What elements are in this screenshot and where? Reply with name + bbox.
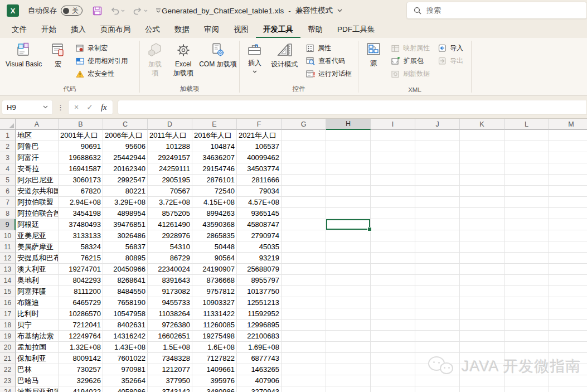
cell-H23[interactable] [326, 375, 371, 386]
cell-L12[interactable] [504, 253, 549, 264]
cell-M16[interactable] [549, 297, 587, 308]
cell-D13[interactable]: 22340024 [148, 264, 192, 275]
cell-E4[interactable]: 29154746 [192, 163, 237, 175]
cell-B9[interactable]: 37480493 [59, 219, 103, 230]
cell-A4[interactable]: 安哥拉 [16, 163, 59, 175]
cell-A16[interactable]: 布隆迪 [16, 297, 59, 308]
cell-G20[interactable] [282, 342, 326, 353]
cell-E18[interactable]: 11260085 [192, 320, 237, 331]
customize-quick-access-button[interactable] [156, 8, 161, 13]
cell-B24[interactable]: 4194022 [59, 386, 103, 392]
cell-J10[interactable] [415, 230, 460, 241]
cell-I7[interactable] [371, 197, 415, 208]
cell-K8[interactable] [460, 208, 504, 219]
cell-H13[interactable] [326, 264, 371, 275]
cell-C12[interactable]: 80895 [103, 253, 148, 264]
cell-F6[interactable]: 79034 [237, 186, 282, 197]
cell-J5[interactable] [415, 175, 460, 186]
cell-I24[interactable] [371, 386, 415, 392]
column-header-B[interactable]: B [59, 119, 103, 130]
cell-H7[interactable] [326, 197, 371, 208]
cell-K23[interactable] [460, 375, 504, 386]
row-header-20[interactable]: 20 [0, 342, 16, 353]
cell-G2[interactable] [282, 141, 326, 152]
cell-M23[interactable] [549, 375, 587, 386]
cell-C16[interactable]: 7658190 [103, 297, 148, 308]
cell-L15[interactable] [504, 286, 549, 297]
cell-M9[interactable] [549, 219, 587, 230]
cell-D18[interactable]: 9726380 [148, 320, 192, 331]
cell-B17[interactable]: 10286570 [59, 308, 103, 320]
excel-add-ins-button[interactable]: Excel 加载项 [168, 40, 199, 79]
cell-A18[interactable]: 贝宁 [16, 320, 59, 331]
cell-A9[interactable]: 阿根廷 [16, 219, 59, 230]
cell-H16[interactable] [326, 297, 371, 308]
cell-I19[interactable] [371, 331, 415, 342]
cell-J21[interactable] [415, 353, 460, 364]
cell-G22[interactable] [282, 364, 326, 375]
cell-K12[interactable] [460, 253, 504, 264]
cell-A17[interactable]: 比利时 [16, 308, 59, 320]
cell-E6[interactable]: 72540 [192, 186, 237, 197]
search-box[interactable] [406, 2, 587, 19]
cell-H1[interactable] [326, 130, 371, 141]
cell-A10[interactable]: 亚美尼亚 [16, 230, 59, 241]
cell-M17[interactable] [549, 308, 587, 320]
cell-I11[interactable] [371, 241, 415, 253]
cell-K22[interactable] [460, 364, 504, 375]
ribbon-tab[interactable]: PDF工具集 [330, 21, 382, 38]
cell-K7[interactable] [460, 197, 504, 208]
row-header-13[interactable]: 13 [0, 264, 16, 275]
cell-M12[interactable] [549, 253, 587, 264]
ribbon-tab[interactable]: 帮助 [300, 21, 330, 38]
cell-J13[interactable] [415, 264, 460, 275]
cell-M7[interactable] [549, 197, 587, 208]
undo-button[interactable] [110, 6, 125, 15]
cell-L10[interactable] [504, 230, 549, 241]
cell-M4[interactable] [549, 163, 587, 175]
cell-B13[interactable]: 19274701 [59, 264, 103, 275]
cell-B23[interactable]: 329626 [59, 375, 103, 386]
cell-B22[interactable]: 730257 [59, 364, 103, 375]
cell-J3[interactable] [415, 152, 460, 163]
formula-input[interactable] [118, 100, 587, 115]
cell-A8[interactable]: 阿拉伯联合酋长国 [16, 208, 59, 219]
cell-K3[interactable] [460, 152, 504, 163]
cell-E20[interactable]: 1.6E+08 [192, 342, 237, 353]
chevron-down-icon[interactable] [337, 9, 342, 12]
cell-A5[interactable]: 阿尔巴尼亚 [16, 175, 59, 186]
ribbon-tab[interactable]: 页面布局 [93, 21, 138, 38]
cell-I12[interactable] [371, 253, 415, 264]
cell-G1[interactable] [282, 130, 326, 141]
cell-A14[interactable]: 奥地利 [16, 275, 59, 286]
cell-E15[interactable]: 9757812 [192, 286, 237, 297]
cell-D4[interactable]: 24259111 [148, 163, 192, 175]
cell-F20[interactable]: 1.69E+08 [237, 342, 282, 353]
ribbon-tab[interactable]: 数据 [167, 21, 197, 38]
cell-D5[interactable]: 2905195 [148, 175, 192, 186]
column-header-D[interactable]: D [148, 119, 192, 130]
cell-D7[interactable]: 3.72E+08 [148, 197, 192, 208]
cell-H24[interactable] [326, 386, 371, 392]
row-header-6[interactable]: 6 [0, 186, 16, 197]
cell-K21[interactable] [460, 353, 504, 364]
cell-G14[interactable] [282, 275, 326, 286]
cell-A12[interactable]: 安提瓜和巴布达 [16, 253, 59, 264]
cell-D14[interactable]: 8391643 [148, 275, 192, 286]
cell-F22[interactable]: 1463265 [237, 364, 282, 375]
cell-G7[interactable] [282, 197, 326, 208]
cell-H4[interactable] [326, 163, 371, 175]
cell-H14[interactable] [326, 275, 371, 286]
row-header-16[interactable]: 16 [0, 297, 16, 308]
cell-F17[interactable]: 11592952 [237, 308, 282, 320]
cell-H15[interactable] [326, 286, 371, 297]
cell-D12[interactable]: 86729 [148, 253, 192, 264]
cell-B11[interactable]: 58324 [59, 241, 103, 253]
insert-control-button[interactable]: 插入 [242, 40, 268, 74]
cell-G21[interactable] [282, 353, 326, 364]
cell-M3[interactable] [549, 152, 587, 163]
cell-C20[interactable]: 1.43E+08 [103, 342, 148, 353]
column-header-G[interactable]: G [282, 119, 326, 130]
row-header-12[interactable]: 12 [0, 253, 16, 264]
cell-M19[interactable] [549, 331, 587, 342]
